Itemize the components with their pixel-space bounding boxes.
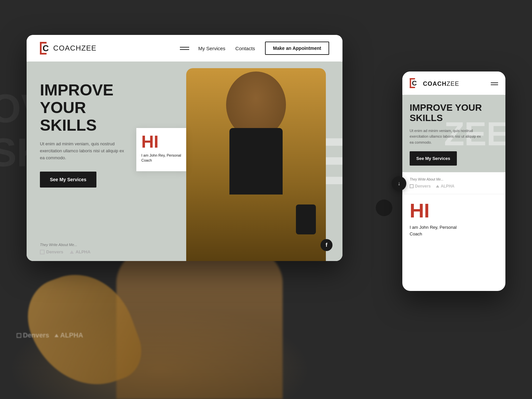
mobile-logo-text: COACHZEE xyxy=(423,80,459,87)
mobile-hero: ZEE IMPROVE YOUR SKILLS Ut enim ad minim… xyxy=(402,95,505,172)
nav-link-contacts[interactable]: Contacts xyxy=(235,46,255,51)
nav-link-services[interactable]: My Services xyxy=(198,46,225,51)
hamburger-menu[interactable] xyxy=(180,47,189,50)
mobile-bottom-brands: They Write About Me... Denvers ALPHA xyxy=(402,172,505,194)
mobile-alpha-triangle xyxy=(436,185,439,188)
see-services-button-desktop[interactable]: See My Services xyxy=(40,172,96,188)
mobile-logo: C COACHZEE xyxy=(410,78,459,89)
mobile-denvers-icon xyxy=(410,184,414,188)
mobile-hi-section: HI I am John Rey, Personal Coach xyxy=(402,194,505,244)
mobile-logo-icon: C xyxy=(410,78,418,89)
mobile-hi-subtitle: I am John Rey, Personal Coach xyxy=(410,224,498,237)
desktop-navbar: C COACHZEE My Services Contacts Make an … xyxy=(27,35,342,62)
make-appointment-button[interactable]: Make an Appointment xyxy=(265,42,329,55)
arrow-button[interactable]: ↓ xyxy=(392,176,406,191)
hi-subtitle-desktop: I am John Rey, Personal Coach xyxy=(141,153,181,163)
alpha-triangle-desktop xyxy=(70,250,74,254)
mobile-card: C COACHZEE ZEE IMPROVE YOUR SKILLS Ut en… xyxy=(402,71,505,291)
mobile-hi-text: HI xyxy=(410,201,498,221)
mobile-hamburger-menu[interactable] xyxy=(491,82,498,85)
logo-text: COACHZEE xyxy=(53,44,96,53)
nav-right: My Services Contacts Make an Appointment xyxy=(198,42,329,55)
mobile-brand-denvers: Denvers xyxy=(410,184,431,189)
hero-content: IMPROVE YOUR SKILLS Ut enim ad minim ven… xyxy=(40,81,146,188)
hero-person-image xyxy=(170,62,342,261)
mobile-brand-logos: Denvers ALPHA xyxy=(410,184,498,189)
brand-denvers-desktop: Denvers xyxy=(40,249,63,254)
svg-rect-0 xyxy=(40,42,42,55)
denvers-icon-desktop xyxy=(40,250,45,254)
mobile-brand-alpha: ALPHA xyxy=(436,184,454,189)
hero-title: IMPROVE YOUR SKILLS xyxy=(40,81,146,134)
mobile-navbar: C COACHZEE xyxy=(402,71,505,95)
svg-text:C: C xyxy=(43,43,49,53)
hero-description: Ut enim ad minim veniam, quis nostrud ex… xyxy=(40,141,126,161)
brand-logos-desktop: Denvers ALPHA xyxy=(40,249,90,254)
desktop-hero: ZEE IMPROVE YOUR SKILLS Ut enim ad minim… xyxy=(27,62,342,261)
brand-alpha-desktop: ALPHA xyxy=(70,249,90,254)
svg-rect-4 xyxy=(410,78,411,88)
desktop-card: C COACHZEE My Services Contacts Make an … xyxy=(27,35,342,261)
mobile-hero-title: IMPROVE YOUR SKILLS xyxy=(410,103,498,123)
desktop-logo: C COACHZEE xyxy=(40,42,96,55)
hero-bottom-desktop: They Write About Me... Denvers ALPHA xyxy=(40,243,90,254)
logo-icon: C xyxy=(40,42,51,55)
nav-circle-right[interactable] xyxy=(376,200,392,216)
mobile-they-write: They Write About Me... xyxy=(410,178,498,181)
hi-card-desktop: HI I am John Rey, Personal Coach xyxy=(136,128,186,171)
hi-text-desktop: HI xyxy=(141,133,181,150)
svg-text:C: C xyxy=(412,79,417,87)
mobile-hero-description: Ut enim ad minim veniam, quis nostrud ex… xyxy=(410,128,483,146)
facebook-icon-desktop[interactable]: f xyxy=(321,239,332,251)
svg-rect-6 xyxy=(410,87,415,88)
they-write-text-desktop: They Write About Me... xyxy=(40,243,90,247)
bg-brand-logos: Denvers ALPHA xyxy=(17,332,83,339)
see-services-button-mobile[interactable]: See My Services xyxy=(410,151,457,166)
